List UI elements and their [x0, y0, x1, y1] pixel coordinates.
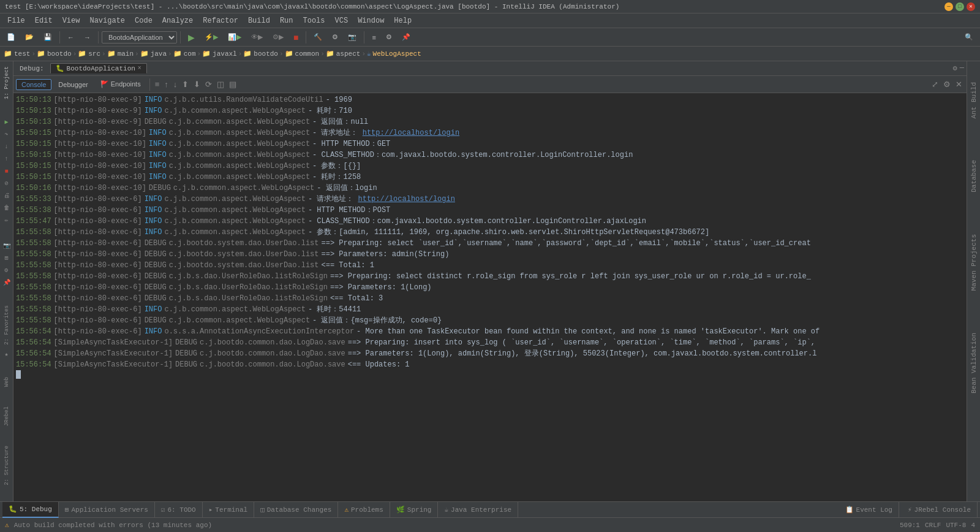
- stop-debug-icon[interactable]: ■: [1, 165, 12, 177]
- menu-file[interactable]: File: [2, 15, 30, 26]
- menu-view[interactable]: View: [58, 15, 85, 26]
- menu-refactor[interactable]: Refactor: [198, 15, 243, 26]
- log-link[interactable]: http://localhost/login: [358, 195, 455, 203]
- jrebel-label[interactable]: JRebel: [2, 404, 11, 428]
- bc-bootdo-icon: 📁: [37, 50, 45, 58]
- rs-bean[interactable]: Bean Validation: [969, 330, 979, 396]
- wrap-icon[interactable]: ▤: [227, 78, 238, 90]
- menu-tools[interactable]: Tools: [298, 15, 330, 26]
- pin-side-icon[interactable]: 📌: [1, 277, 12, 288]
- settings-gear-icon[interactable]: ⚙: [953, 64, 957, 73]
- encoding-indicator[interactable]: UTF-8: [946, 522, 966, 529]
- console-output[interactable]: 15:50:13[http-nio-80-exec-9]INFOc.j.b.c.…: [13, 93, 967, 501]
- new-project-button[interactable]: 📄: [2, 31, 20, 43]
- log-time: 15:50:13: [16, 94, 51, 105]
- menu-help[interactable]: Help: [389, 15, 417, 26]
- maximize-button[interactable]: □: [956, 2, 964, 11]
- move-down-icon[interactable]: ⬇: [192, 78, 202, 90]
- expand-icon[interactable]: ⤢: [930, 78, 940, 90]
- menu-run[interactable]: Run: [275, 15, 298, 26]
- structure-side-label[interactable]: 2: Structure: [2, 443, 11, 488]
- edit-icon[interactable]: ✏: [1, 215, 12, 226]
- position-indicator[interactable]: 509:1: [900, 522, 920, 529]
- menu-navigate[interactable]: Navigate: [85, 15, 130, 26]
- terminal-tab[interactable]: ▸ Terminal: [203, 502, 254, 518]
- db-changes-tab[interactable]: ◫ Database Changes: [254, 502, 338, 518]
- settings-button[interactable]: ⚙: [328, 31, 342, 43]
- bootdo-application-tab[interactable]: 🐛 BootdoApplication ×: [50, 63, 147, 74]
- open-button[interactable]: 📂: [21, 31, 38, 43]
- endpoints-tab[interactable]: 🚩 Endpoints: [95, 78, 146, 90]
- minimize-panel-icon[interactable]: ─: [960, 64, 964, 73]
- rs-maven[interactable]: Maven Projects: [969, 232, 979, 293]
- settings2-button[interactable]: ⚙: [382, 31, 396, 43]
- app-servers-tab[interactable]: ⊞ Application Servers: [59, 502, 155, 518]
- log-thread: [SimpleAsyncTaskExecutor-1]: [54, 337, 173, 348]
- stop-button[interactable]: ■: [289, 31, 303, 44]
- crlf-indicator[interactable]: CRLF: [925, 522, 941, 529]
- layout-icon[interactable]: ⊞: [1, 253, 12, 264]
- event-log-tab[interactable]: 📋 Event Log: [839, 502, 899, 518]
- close-button[interactable]: ✕: [967, 2, 975, 11]
- print-icon[interactable]: 🖨: [1, 190, 12, 201]
- run-button[interactable]: ▶: [184, 31, 199, 44]
- search-everywhere-button[interactable]: 🔍: [960, 31, 978, 43]
- clear-console-icon[interactable]: ≡: [153, 78, 162, 90]
- mute-breakpoints-icon[interactable]: ⊘: [1, 178, 12, 189]
- web-label[interactable]: Web: [2, 374, 11, 389]
- menu-code[interactable]: Code: [130, 15, 157, 26]
- collapse-icon[interactable]: ✕: [954, 78, 964, 90]
- log-msg: - 请求地址： http://localhost/login: [308, 194, 455, 205]
- step-over-icon[interactable]: ↷: [1, 129, 12, 140]
- menu-edit[interactable]: Edit: [30, 15, 58, 26]
- sidebar-project-icon[interactable]: 1: Project: [2, 64, 11, 102]
- debug-run-button[interactable]: ⚡▶: [200, 31, 222, 43]
- trash-icon[interactable]: 🗑: [1, 202, 12, 213]
- coverage-button[interactable]: 📊▶: [224, 31, 246, 43]
- favorites-label[interactable]: 2: Favorites: [2, 303, 11, 348]
- log-link[interactable]: http://localhost/login: [363, 129, 459, 137]
- console-tab[interactable]: Console: [16, 79, 51, 90]
- problems-tab[interactable]: ⚠ Problems: [338, 502, 390, 518]
- resume-icon[interactable]: ▶: [1, 116, 12, 127]
- settings-console-icon[interactable]: ⚙: [941, 78, 952, 90]
- event-log-label: Event Log: [856, 506, 892, 514]
- rs-database[interactable]: Database: [969, 158, 979, 195]
- scroll-down-icon[interactable]: ↓: [172, 78, 179, 90]
- debugger-tab[interactable]: Debugger: [53, 79, 93, 90]
- camera-side-icon[interactable]: 📷: [1, 240, 12, 251]
- log-level: INFO: [145, 205, 162, 216]
- step-into-icon[interactable]: ↓: [1, 141, 12, 152]
- scroll-up-icon[interactable]: ↑: [162, 78, 170, 90]
- run-config-dropdown[interactable]: BootdoApplication: [102, 31, 177, 44]
- save-button[interactable]: 💾: [39, 31, 56, 43]
- menu-window[interactable]: Window: [353, 15, 389, 26]
- problems-icon: ⚠: [344, 506, 349, 514]
- spring-tab[interactable]: 🌿 Spring: [390, 502, 439, 518]
- build-project-button[interactable]: 🔨: [309, 31, 326, 43]
- camera-button[interactable]: 📷: [344, 31, 361, 43]
- reload-icon[interactable]: ⟳: [203, 78, 214, 90]
- debug-bottom-tab[interactable]: 🐛 5: Debug: [2, 502, 59, 518]
- profile-button[interactable]: 👁▶: [247, 31, 267, 43]
- star-icon[interactable]: ★: [1, 349, 12, 360]
- todo-tab[interactable]: ☑ 6: TODO: [155, 502, 203, 518]
- rs-ant-build[interactable]: Ant Build: [969, 80, 979, 121]
- layout-console-icon[interactable]: ◫: [215, 78, 226, 90]
- java-enterprise-tab[interactable]: ☕ Java Enterprise: [438, 502, 518, 518]
- concurrency-button[interactable]: ⚙▶: [268, 31, 288, 43]
- debug-tab-close[interactable]: ×: [138, 65, 141, 72]
- forward-button[interactable]: →: [80, 32, 95, 43]
- menu-vcs[interactable]: VCS: [330, 15, 353, 26]
- back-button[interactable]: ←: [63, 32, 78, 43]
- structure-button[interactable]: ≡: [368, 32, 380, 43]
- settings-side-icon[interactable]: ⚙: [1, 265, 12, 276]
- step-out-icon[interactable]: ↑: [1, 153, 12, 164]
- move-up-icon[interactable]: ⬆: [180, 78, 190, 90]
- bc-bootdo: 📁 bootdo: [37, 50, 72, 58]
- menu-analyze[interactable]: Analyze: [157, 15, 198, 26]
- pin-button[interactable]: 📌: [398, 31, 415, 43]
- menu-build[interactable]: Build: [243, 15, 275, 26]
- minimize-button[interactable]: ─: [944, 2, 953, 11]
- jrebel-console-tab[interactable]: ⚡ JRebel Console: [902, 502, 978, 518]
